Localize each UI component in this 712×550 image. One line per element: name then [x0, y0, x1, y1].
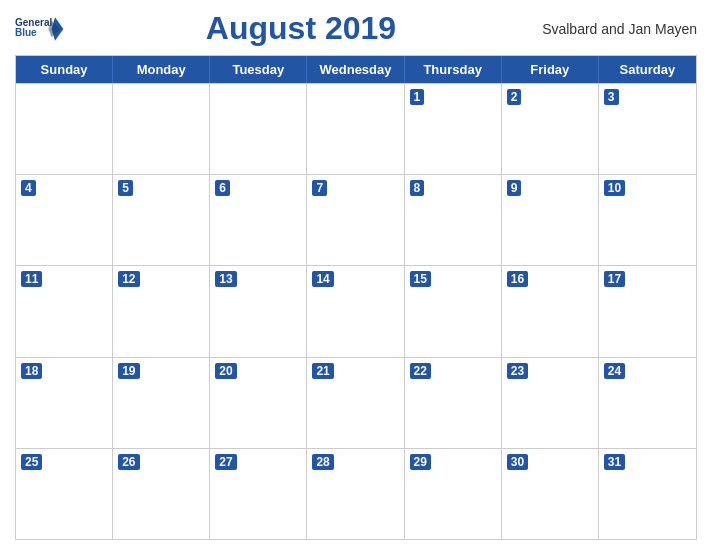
day-number: 23	[507, 363, 528, 379]
day-cell: 9	[502, 175, 599, 265]
day-cell	[210, 84, 307, 174]
day-cell: 8	[405, 175, 502, 265]
day-cell	[307, 84, 404, 174]
day-number: 11	[21, 271, 42, 287]
day-cell: 22	[405, 358, 502, 448]
day-cell: 13	[210, 266, 307, 356]
day-number: 3	[604, 89, 619, 105]
calendar: SundayMondayTuesdayWednesdayThursdayFrid…	[15, 55, 697, 540]
day-cell: 24	[599, 358, 696, 448]
day-headers-row: SundayMondayTuesdayWednesdayThursdayFrid…	[16, 56, 696, 83]
day-number: 27	[215, 454, 236, 470]
day-cell: 20	[210, 358, 307, 448]
day-cell: 15	[405, 266, 502, 356]
day-number: 20	[215, 363, 236, 379]
day-number: 4	[21, 180, 36, 196]
location: Svalbard and Jan Mayen	[537, 21, 697, 37]
day-cell: 19	[113, 358, 210, 448]
week-row-2: 11121314151617	[16, 265, 696, 356]
month-title: August 2019	[65, 10, 537, 47]
day-number: 7	[312, 180, 327, 196]
week-row-1: 45678910	[16, 174, 696, 265]
day-number: 14	[312, 271, 333, 287]
day-number: 9	[507, 180, 522, 196]
day-cell: 26	[113, 449, 210, 539]
day-number: 12	[118, 271, 139, 287]
day-number: 16	[507, 271, 528, 287]
day-cell: 23	[502, 358, 599, 448]
calendar-page: General Blue August 2019 Svalbard and Ja…	[0, 0, 712, 550]
day-number: 31	[604, 454, 625, 470]
day-cell: 18	[16, 358, 113, 448]
day-number: 6	[215, 180, 230, 196]
day-number: 21	[312, 363, 333, 379]
day-cell: 10	[599, 175, 696, 265]
day-header-wednesday: Wednesday	[307, 56, 404, 83]
day-cell: 29	[405, 449, 502, 539]
week-row-4: 25262728293031	[16, 448, 696, 539]
day-cell: 27	[210, 449, 307, 539]
header: General Blue August 2019 Svalbard and Ja…	[15, 10, 697, 47]
day-header-tuesday: Tuesday	[210, 56, 307, 83]
week-row-0: 123	[16, 83, 696, 174]
day-cell	[113, 84, 210, 174]
day-cell: 31	[599, 449, 696, 539]
logo: General Blue	[15, 14, 65, 44]
day-number: 5	[118, 180, 133, 196]
day-number: 24	[604, 363, 625, 379]
day-number: 28	[312, 454, 333, 470]
day-cell: 21	[307, 358, 404, 448]
day-cell: 4	[16, 175, 113, 265]
day-cell: 2	[502, 84, 599, 174]
day-header-sunday: Sunday	[16, 56, 113, 83]
day-number: 18	[21, 363, 42, 379]
day-number: 19	[118, 363, 139, 379]
day-cell: 6	[210, 175, 307, 265]
day-number: 8	[410, 180, 425, 196]
day-number: 2	[507, 89, 522, 105]
day-number: 10	[604, 180, 625, 196]
day-cell: 3	[599, 84, 696, 174]
day-number: 13	[215, 271, 236, 287]
day-cell: 30	[502, 449, 599, 539]
day-cell: 7	[307, 175, 404, 265]
day-cell: 5	[113, 175, 210, 265]
day-number: 30	[507, 454, 528, 470]
day-number: 29	[410, 454, 431, 470]
svg-text:Blue: Blue	[15, 26, 37, 37]
day-cell: 14	[307, 266, 404, 356]
day-header-friday: Friday	[502, 56, 599, 83]
title-section: August 2019	[65, 10, 537, 47]
day-cell: 12	[113, 266, 210, 356]
day-header-saturday: Saturday	[599, 56, 696, 83]
day-number: 22	[410, 363, 431, 379]
day-number: 1	[410, 89, 425, 105]
day-header-thursday: Thursday	[405, 56, 502, 83]
day-header-monday: Monday	[113, 56, 210, 83]
day-number: 17	[604, 271, 625, 287]
day-cell: 17	[599, 266, 696, 356]
logo-svg: General Blue	[15, 14, 65, 44]
day-cell: 16	[502, 266, 599, 356]
day-number: 25	[21, 454, 42, 470]
day-cell: 28	[307, 449, 404, 539]
day-cell: 1	[405, 84, 502, 174]
day-number: 15	[410, 271, 431, 287]
day-cell: 25	[16, 449, 113, 539]
day-number: 26	[118, 454, 139, 470]
week-row-3: 18192021222324	[16, 357, 696, 448]
weeks-container: 1234567891011121314151617181920212223242…	[16, 83, 696, 539]
day-cell: 11	[16, 266, 113, 356]
day-cell	[16, 84, 113, 174]
